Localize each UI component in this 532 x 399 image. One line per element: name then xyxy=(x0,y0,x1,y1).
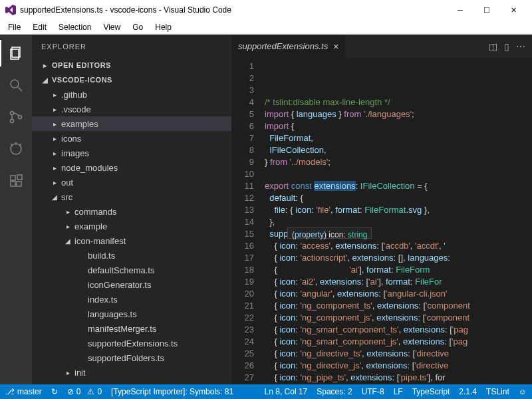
code-line[interactable]: import { xyxy=(265,120,532,132)
tree-item-out[interactable]: ▸out xyxy=(32,175,231,190)
menu-file[interactable]: File xyxy=(3,21,26,33)
ts-importer-status[interactable]: [TypeScript Importer]: Symbols: 81 xyxy=(111,387,233,396)
line-number: 3 xyxy=(231,84,254,96)
tree-item-label: manifestMerger.ts xyxy=(88,324,156,334)
menu-edit[interactable]: Edit xyxy=(27,21,52,33)
svg-line-10 xyxy=(19,144,21,146)
activity-bar xyxy=(0,35,32,384)
tree-item-images[interactable]: ▸images xyxy=(32,146,231,160)
extensions-activity-icon[interactable] xyxy=(0,168,32,194)
code-line[interactable]: { icon: 'ng_component_ts', extensions: [… xyxy=(265,300,532,312)
code-line[interactable]: default: { xyxy=(265,192,532,204)
cursor-position-status[interactable]: Ln 8, Col 17 xyxy=(265,387,308,396)
code-line[interactable]: { icon: 'actionscript', extensions: [], … xyxy=(265,252,532,264)
maximize-button[interactable]: ☐ xyxy=(473,0,500,20)
vscode-logo-icon xyxy=(5,5,16,15)
code-line[interactable]: { icon: 'ng_pipe_ts', extensions: ['pipe… xyxy=(265,372,532,384)
code-line[interactable]: FileFormat, xyxy=(265,132,532,144)
menu-selection[interactable]: Selection xyxy=(53,21,96,33)
tree-item-supportedextensions-ts[interactable]: supportedExtensions.ts xyxy=(32,336,231,350)
tree-item-build-ts[interactable]: build.ts xyxy=(32,248,231,263)
language-status[interactable]: TypeScript xyxy=(412,387,450,396)
tab-supported-extensions[interactable]: supportedExtensions.ts × xyxy=(231,35,345,58)
code-line[interactable]: } from '../models'; xyxy=(265,156,532,168)
open-editors-section[interactable]: ▸ OPEN EDITORS xyxy=(32,58,231,72)
errors-status[interactable]: ⊘0 ⚠0 xyxy=(67,387,102,396)
tree-item-node-modules[interactable]: ▸node_modules xyxy=(32,160,231,175)
code-line[interactable]: IFileCollection, xyxy=(265,144,532,156)
line-number: 12 xyxy=(231,192,254,204)
tree-item-label: supportedExtensions.ts xyxy=(88,338,178,348)
split-editor-icon[interactable]: ◫ xyxy=(489,41,497,52)
code-line[interactable]: { icon: 'ng_smart_component_ts', extensi… xyxy=(265,324,532,336)
tree-item-manifestmerger-ts[interactable]: manifestMerger.ts xyxy=(32,321,231,336)
code-line[interactable]: import { languages } from './languages'; xyxy=(265,108,532,120)
tree-item-icons[interactable]: ▸icons xyxy=(32,131,231,146)
code-line[interactable]: { icon: 'ng_pipe_js', extensions: ['pipe… xyxy=(265,384,532,384)
git-branch-status[interactable]: ⎇ master xyxy=(5,387,42,396)
svg-point-6 xyxy=(19,116,22,119)
explorer-activity-icon[interactable] xyxy=(0,40,32,66)
code-line[interactable]: export const extensions: IFileCollection… xyxy=(265,180,532,192)
line-number: 19 xyxy=(231,276,254,288)
tslint-status[interactable]: TSLint xyxy=(486,387,509,396)
code-content[interactable]: /* tslint:disable max-line-length */impo… xyxy=(265,58,532,384)
tree-item-label: build.ts xyxy=(88,251,115,261)
indentation-status[interactable]: Spaces: 2 xyxy=(317,387,352,396)
close-tab-icon[interactable]: × xyxy=(333,41,338,52)
line-number: 15 xyxy=(231,228,254,240)
code-line[interactable]: { icon: 'ng_directive_ts', extensions: [… xyxy=(265,348,532,360)
tree-item-icongenerator-ts[interactable]: iconGenerator.ts xyxy=(32,277,231,292)
tree-item-commands[interactable]: ▸commands xyxy=(32,204,231,219)
encoding-status[interactable]: UTF-8 xyxy=(362,387,384,396)
code-line[interactable]: { icon: 'ng_smart_component_js', extensi… xyxy=(265,336,532,348)
ts-version-status[interactable]: 2.1.4 xyxy=(459,387,477,396)
debug-activity-icon[interactable] xyxy=(0,136,32,162)
menu-help[interactable]: Help xyxy=(150,21,177,33)
code-line[interactable] xyxy=(265,168,532,180)
tree-item-defaultschema-ts[interactable]: defaultSchema.ts xyxy=(32,263,231,277)
section-label: VSCODE-ICONS xyxy=(52,76,112,84)
chevron-right-icon: ▸ xyxy=(51,164,59,172)
tree-item-examples[interactable]: ▸examples xyxy=(32,116,231,131)
tree-item-index-ts[interactable]: index.ts xyxy=(32,292,231,307)
code-line[interactable]: { icon: 'access', extensions: ['accdb', … xyxy=(265,240,532,252)
tree-item-src[interactable]: ◢src xyxy=(32,190,231,204)
project-section[interactable]: ◢ VSCODE-ICONS xyxy=(32,72,231,87)
code-line[interactable]: file: { icon: 'file', format: FileFormat… xyxy=(265,204,532,216)
scm-activity-icon[interactable] xyxy=(0,104,32,130)
svg-point-4 xyxy=(11,112,14,115)
line-number: 1 xyxy=(231,61,254,72)
chevron-right-icon: ▸ xyxy=(64,208,72,215)
tree-item--vscode[interactable]: ▸.vscode xyxy=(32,102,231,116)
status-bar: ⎇ master ↻ ⊘0 ⚠0 [TypeScript Importer]: … xyxy=(0,384,532,399)
minimize-button[interactable]: ─ xyxy=(447,0,473,20)
toggle-layout-icon[interactable]: ▯ xyxy=(504,41,509,52)
tree-item-supportedfolders-ts[interactable]: supportedFolders.ts xyxy=(32,350,231,365)
menu-go[interactable]: Go xyxy=(127,21,148,33)
code-line[interactable]: { icon: 'ai2', extensions: ['ai'], forma… xyxy=(265,276,532,288)
line-number: 5 xyxy=(231,108,254,120)
eol-status[interactable]: LF xyxy=(394,387,403,396)
tree-item--github[interactable]: ▸.github xyxy=(32,87,231,102)
code-line[interactable]: { 'ai'], format: FileForm xyxy=(265,264,532,276)
tree-item-languages-ts[interactable]: languages.ts xyxy=(32,307,231,321)
code-line[interactable]: { icon: 'ng_component_js', extensions: [… xyxy=(265,312,532,324)
code-line[interactable]: { icon: 'ng_directive_js', extensions: [… xyxy=(265,360,532,372)
tree-item-example[interactable]: ▸example xyxy=(32,219,231,233)
more-actions-icon[interactable]: ⋯ xyxy=(516,41,525,52)
line-number: 9 xyxy=(231,156,254,168)
menu-view[interactable]: View xyxy=(98,21,126,33)
code-line[interactable]: /* tslint:disable max-line-length */ xyxy=(265,96,532,108)
close-window-button[interactable]: ✕ xyxy=(500,0,527,20)
code-editor[interactable]: 1234567891011121314151617181920212223242… xyxy=(231,58,532,384)
tree-item-init[interactable]: ▸init xyxy=(32,365,231,380)
tree-item-label: .vscode xyxy=(61,104,91,114)
sync-status[interactable]: ↻ xyxy=(51,387,58,396)
feedback-icon[interactable]: ☺ xyxy=(519,387,527,396)
line-number: 13 xyxy=(231,204,254,216)
svg-point-2 xyxy=(11,80,19,88)
tree-item-icon-manifest[interactable]: ◢icon-manifest xyxy=(32,233,231,248)
search-activity-icon[interactable] xyxy=(0,72,32,98)
code-line[interactable]: { icon: 'angular', extensions: ['angular… xyxy=(265,288,532,300)
